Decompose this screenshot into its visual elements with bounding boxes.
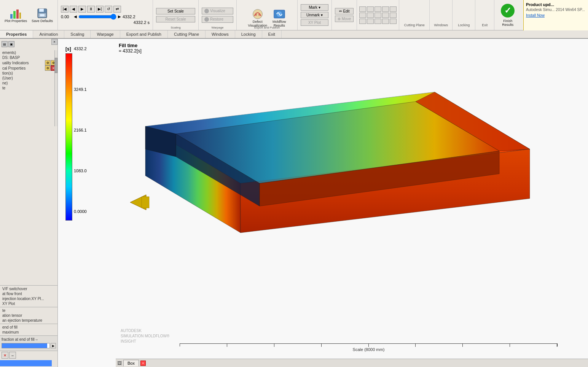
- bottom-tab-box[interactable]: Box: [123, 360, 139, 366]
- scale-tick-7: [463, 344, 510, 347]
- finish-check-icon: ✓: [501, 4, 515, 17]
- scale-value-2: 3249.1: [74, 87, 87, 92]
- tab-properties[interactable]: Properties: [0, 30, 33, 38]
- windows-section: Windows: [430, 0, 453, 30]
- defect-visualization-btn[interactable]: DefectVisualization: [247, 7, 269, 29]
- tab-scaling[interactable]: Scaling: [64, 30, 91, 38]
- tab-export-publish[interactable]: Export and Publish: [120, 30, 168, 38]
- install-now-link[interactable]: Install Now: [526, 13, 545, 17]
- grid-btn-2[interactable]: [367, 6, 374, 12]
- list-item-te2[interactable]: te: [2, 308, 56, 313]
- scaling-section: Set Scale Reset Scale Scaling: [153, 0, 199, 30]
- tab-windows[interactable]: Windows: [206, 30, 235, 38]
- tab-locking[interactable]: Locking: [235, 30, 262, 38]
- list-item-ejection[interactable]: an ejection temperature: [2, 318, 56, 323]
- list-item-tensor[interactable]: ation tensor: [2, 313, 56, 318]
- list-item-vf[interactable]: V/F switchover: [2, 286, 56, 291]
- anim-time-display: 4332.2 s: [134, 20, 150, 25]
- scale-tick-4: [322, 344, 369, 347]
- anim-bounce-btn[interactable]: ⇄: [113, 6, 121, 13]
- list-item-ne[interactable]: ne): [2, 81, 56, 86]
- grid-btn-1[interactable]: [359, 6, 366, 12]
- watermark-line2: SIMULATION MOLDFLOW®: [121, 334, 169, 339]
- bottom-tab-bar: 🖼 Box ×: [116, 359, 588, 367]
- set-scale-btn[interactable]: Set Scale: [156, 8, 195, 14]
- finish-results-section[interactable]: ✓ FinishResults: [494, 0, 521, 30]
- center-3d-view[interactable]: Fill time = 4332.2[s] [s] 4332.2 3249.1 …: [58, 39, 588, 367]
- panel-icon-1[interactable]: ▤: [2, 41, 8, 47]
- restore-btn[interactable]: Restore: [202, 16, 233, 23]
- moldflow-icon: [273, 8, 285, 20]
- grid-btn-6[interactable]: [359, 13, 366, 18]
- grid-btn-13[interactable]: [374, 19, 381, 24]
- svg-rect-5: [39, 9, 44, 12]
- list-item-end-fill[interactable]: end of fill: [2, 325, 56, 330]
- list-item-user[interactable]: (User): [2, 76, 56, 81]
- list-item-flow[interactable]: at flow front: [2, 291, 56, 296]
- unmark-btn[interactable]: Unmark ▾: [301, 12, 328, 18]
- moldflow-results-btn[interactable]: MoldflowResults: [271, 7, 288, 29]
- cutting-plane-section: Cutting Plane: [399, 0, 430, 30]
- tab-exit[interactable]: Exit: [262, 30, 282, 38]
- xy-plot-btn[interactable]: XY Plot: [301, 19, 328, 26]
- list-item-elements[interactable]: ements): [2, 50, 56, 55]
- save-defaults-btn[interactable]: Save Defaults: [30, 6, 54, 24]
- grid-btn-4[interactable]: [382, 6, 389, 12]
- local-icon-1[interactable]: ⚙: [45, 65, 50, 71]
- list-item-te[interactable]: te: [2, 86, 56, 91]
- grid-btn-3[interactable]: [374, 6, 381, 12]
- grid-btn-14[interactable]: [382, 19, 389, 24]
- grid-btn-12[interactable]: [367, 19, 374, 24]
- list-item-xy-plot[interactable]: XY Plot: [2, 301, 56, 306]
- anim-next-btn[interactable]: ▶|: [96, 6, 104, 13]
- left-panel-close-btn[interactable]: ×: [51, 39, 57, 45]
- anim-prev-start-btn[interactable]: |◀: [61, 6, 69, 13]
- exit-label: Exit: [478, 23, 491, 29]
- list-item-injection[interactable]: injection location:XY Pl...: [2, 296, 56, 301]
- scale-ruler: Scale (8000 mm): [180, 343, 558, 352]
- left-panel: × ▤ ▣ ements) DS: BASP uality Indicators…: [0, 39, 58, 367]
- grid-btn-10[interactable]: [390, 13, 397, 18]
- locking-label: Locking: [456, 23, 472, 29]
- grid-btn-15[interactable]: [390, 19, 397, 24]
- 3d-model[interactable]: [119, 62, 537, 290]
- panel-collapse-btn-2[interactable]: –: [9, 352, 16, 359]
- svg-point-9: [255, 14, 257, 16]
- scale-value-3: 2166.1: [74, 128, 87, 132]
- list-item-ds[interactable]: DS: BASP: [2, 55, 56, 60]
- scale-tick-1: [180, 344, 227, 347]
- panel-collapse-btn-1[interactable]: ✕: [2, 352, 8, 359]
- move-btn[interactable]: ⊕ Move: [335, 16, 354, 22]
- list-item-quality[interactable]: uality Indicators: [2, 60, 29, 65]
- save-defaults-icon: [36, 7, 48, 19]
- visualize-btn[interactable]: Visualize: [202, 8, 233, 14]
- tab-cutting-plane[interactable]: Cutting Plane: [168, 30, 206, 38]
- grid-btn-8[interactable]: [374, 13, 381, 18]
- anim-slider[interactable]: [78, 14, 116, 20]
- list-item-ations[interactable]: tion(s): [2, 71, 56, 76]
- anim-prev-btn[interactable]: ◀: [70, 6, 77, 13]
- plot-properties-btn[interactable]: Plot Properties: [3, 6, 29, 24]
- anim-play-btn[interactable]: ▶: [78, 6, 86, 13]
- quality-icon-1[interactable]: ⚙: [45, 60, 50, 65]
- reset-scale-btn[interactable]: Reset Scale: [156, 16, 195, 22]
- mark-btn[interactable]: Mark ▾: [301, 4, 328, 11]
- progress-scroll-btn[interactable]: ▶: [51, 343, 56, 348]
- list-item-local-props[interactable]: cal Properties: [2, 66, 26, 71]
- anim-loop-btn[interactable]: ↺: [105, 6, 112, 13]
- exit-section[interactable]: Exit: [475, 0, 494, 30]
- bottom-tab-close-btn[interactable]: ×: [140, 361, 146, 366]
- list-item-maximum[interactable]: maximum: [2, 330, 56, 335]
- grid-btn-5[interactable]: [390, 6, 397, 12]
- edit-move-section: ✏ Edit ⊕ Move: [332, 0, 357, 30]
- visualize-label: Visualize: [210, 9, 225, 13]
- grid-btn-11[interactable]: [359, 19, 366, 24]
- edit-btn[interactable]: ✏ Edit: [335, 8, 354, 14]
- tab-warpage[interactable]: Warpage: [91, 30, 120, 38]
- left-panel-list: ements) DS: BASP uality Indicators ⚙ ⚙ c…: [0, 49, 57, 285]
- tab-animation[interactable]: Animation: [33, 30, 64, 38]
- grid-btn-9[interactable]: [382, 13, 389, 18]
- panel-icon-2[interactable]: ▣: [8, 41, 14, 47]
- anim-pause-btn[interactable]: ⏸: [87, 6, 95, 13]
- grid-btn-7[interactable]: [367, 13, 374, 18]
